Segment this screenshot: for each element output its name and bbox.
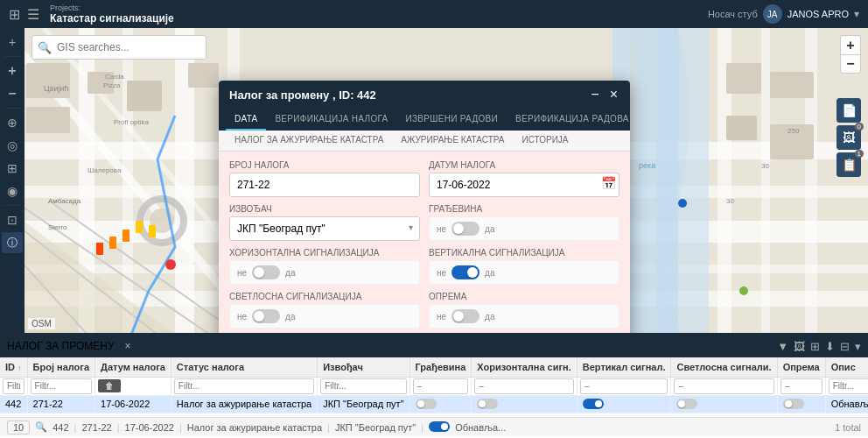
chevron-icon[interactable]: ▾	[855, 340, 861, 353]
zoom-out-map-button[interactable]: −	[840, 54, 861, 74]
svg-rect-22	[726, 63, 761, 94]
zoom-value: 10	[13, 422, 24, 433]
top-right-label: Носач стуб	[708, 9, 758, 19]
filter-oprema[interactable]	[777, 377, 825, 395]
broj-naloga-label: Број налога	[229, 160, 420, 170]
col-oprema[interactable]: Опрема	[777, 357, 825, 377]
copy-badge-button[interactable]: 📋 1	[836, 152, 861, 177]
filter-horiz-input[interactable]	[474, 378, 573, 394]
tab-works[interactable]: ИЗВРШЕНИ РАДОВИ	[396, 109, 507, 131]
modal-header-controls: − ×	[589, 88, 620, 102]
eye-button[interactable]: ◉	[2, 180, 23, 201]
filter-gradjevina-input[interactable]	[413, 378, 469, 394]
modal-minimize-button[interactable]: −	[589, 88, 600, 102]
add-tool-button[interactable]: +	[2, 32, 23, 53]
status-separator-2: |	[117, 422, 120, 433]
bottom-panel-close-icon[interactable]: ×	[125, 340, 131, 352]
col-opis[interactable]: Опис	[825, 357, 868, 377]
subtab-history[interactable]: ИСТОРИJA	[513, 131, 577, 151]
export-icon[interactable]: ⬇	[825, 340, 835, 353]
filter-opis[interactable]	[825, 377, 868, 395]
map-icon[interactable]: ⊞	[810, 340, 820, 353]
filter-broj[interactable]	[27, 377, 94, 395]
filter-icon[interactable]: ▼	[777, 340, 788, 353]
gis-search-input[interactable]	[32, 35, 206, 60]
col-svetlosna[interactable]: Светлосна сигнали.	[671, 357, 777, 377]
filter-broj-input[interactable]	[31, 378, 92, 394]
columns-icon[interactable]: ⊟	[840, 340, 850, 353]
svg-rect-47	[149, 225, 156, 237]
table-row[interactable]: 442 271-22 17-06-2022 Налог за ажурирање…	[0, 395, 868, 413]
filter-oprema-input[interactable]	[780, 378, 822, 394]
zoom-in-button[interactable]: +	[2, 60, 23, 81]
filter-gradjevina[interactable]	[410, 377, 472, 395]
filter-izvodjac-input[interactable]	[320, 378, 406, 394]
img-badge-button[interactable]: 🖼 0	[836, 125, 861, 150]
status-id: 442	[52, 422, 68, 433]
info-button[interactable]: ⓘ	[2, 232, 23, 253]
gradjevina-toggle[interactable]	[452, 222, 480, 236]
cell-id: 442	[0, 395, 27, 413]
doc-icon-button[interactable]: 📄	[836, 98, 861, 123]
row-horiz-toggle	[477, 399, 498, 409]
col-id[interactable]: ID ↑	[0, 357, 27, 377]
svg-text:река: река	[639, 161, 655, 170]
filter-opis-input[interactable]	[829, 378, 868, 394]
horizontalna-toggle[interactable]	[252, 265, 280, 279]
subtab-update[interactable]: АЖУРИРАЊЕ КАТАСТРА	[392, 131, 513, 151]
map-container[interactable]: Цвијић Шалерова Амбасада Profi optika Si…	[0, 28, 868, 333]
col-datum[interactable]: Датум налога	[95, 357, 172, 377]
compass-button[interactable]: ⊕	[2, 112, 23, 133]
tab-data[interactable]: DATA	[226, 109, 266, 131]
tab-verification[interactable]: ВЕРИФИКАЦИЈА НАЛОГА	[266, 109, 396, 131]
location-button[interactable]: ◎	[2, 135, 23, 156]
status-separator-4: |	[327, 422, 330, 433]
svg-rect-21	[188, 63, 219, 88]
oprema-toggle[interactable]	[452, 309, 480, 323]
broj-naloga-input[interactable]	[229, 173, 420, 197]
zoom-out-button[interactable]: −	[2, 83, 23, 104]
svg-text:Амбасада: Амбасада	[48, 197, 81, 205]
svetlosna-toggle[interactable]	[252, 309, 280, 323]
filter-id[interactable]	[0, 377, 27, 395]
layers-button[interactable]: ⊞	[2, 158, 23, 179]
delete-filter-button[interactable]: 🗑	[98, 379, 121, 392]
tab-works-verif[interactable]: ВЕРИФИКАЦИЈА РАДОВА	[507, 109, 630, 131]
col-horiz[interactable]: Хоризонтална сигн.	[472, 357, 577, 377]
filter-vert[interactable]	[577, 377, 671, 395]
svg-rect-23	[770, 72, 814, 98]
col-izvodjac[interactable]: Извођач	[318, 357, 410, 377]
search-status-icon[interactable]: 🔍	[35, 421, 47, 433]
filter-horiz[interactable]	[472, 377, 577, 395]
datum-naloga-input[interactable]	[429, 173, 620, 197]
subtab-update-cataster[interactable]: НАЛОГ ЗА АЖУРИРАЊЕ КАТАСТРА	[226, 131, 392, 151]
col-gradjevina[interactable]: Грађевина	[410, 357, 472, 377]
user-chevron-icon[interactable]: ▾	[854, 8, 859, 20]
filter-svetlosna-input[interactable]	[674, 378, 774, 394]
filter-izvodjac[interactable]	[318, 377, 410, 395]
table-wrapper[interactable]: ID ↑ Број налога Датум налога Статус нал…	[0, 357, 868, 417]
modal-close-button[interactable]: ×	[608, 88, 620, 102]
col-vert[interactable]: Вертикал сигнал.	[577, 357, 671, 377]
select-button[interactable]: ⊡	[2, 209, 23, 230]
status-toggle	[429, 421, 450, 432]
calendar-button[interactable]: 📅	[601, 176, 616, 190]
vertikalna-toggle[interactable]	[452, 265, 480, 279]
zoom-control[interactable]: 10	[7, 420, 30, 434]
filter-status[interactable]	[171, 377, 317, 395]
img-badge: 0	[855, 123, 864, 131]
izvodjac-select[interactable]: ЈКП "Београд пут"	[229, 216, 420, 241]
zoom-in-map-button[interactable]: +	[840, 35, 861, 54]
osm-label: OSM	[28, 318, 55, 329]
filter-id-input[interactable]	[3, 378, 24, 394]
menu-icon[interactable]: ☰	[27, 6, 39, 23]
cell-svetlosna	[671, 395, 777, 413]
col-status[interactable]: Статус налога	[171, 357, 317, 377]
filter-datum[interactable]: 🗑	[95, 377, 172, 395]
image-icon[interactable]: 🖼	[794, 340, 805, 353]
filter-vert-input[interactable]	[580, 378, 668, 394]
col-broj[interactable]: Број налога	[27, 357, 94, 377]
data-table: ID ↑ Број налога Датум налога Статус нал…	[0, 357, 868, 413]
filter-svetlosna[interactable]	[671, 377, 777, 395]
filter-status-input[interactable]	[174, 378, 314, 394]
